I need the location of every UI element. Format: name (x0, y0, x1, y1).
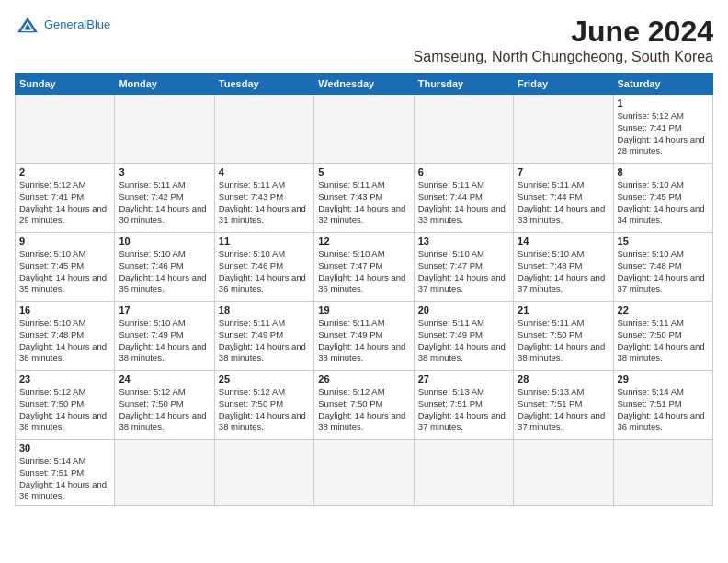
calendar-cell: 2Sunrise: 5:12 AM Sunset: 7:41 PM Daylig… (16, 164, 115, 233)
day-number: 4 (219, 167, 310, 178)
day-header-thursday: Thursday (414, 74, 513, 95)
day-info: Sunrise: 5:10 AM Sunset: 7:46 PM Dayligh… (119, 248, 210, 295)
calendar-cell: 9Sunrise: 5:10 AM Sunset: 7:45 PM Daylig… (16, 233, 115, 302)
calendar-table: SundayMondayTuesdayWednesdayThursdayFrid… (15, 73, 713, 506)
calendar-cell (314, 95, 414, 164)
day-header-wednesday: Wednesday (314, 74, 414, 95)
day-info: Sunrise: 5:10 AM Sunset: 7:47 PM Dayligh… (318, 248, 409, 295)
logo-icon (15, 15, 40, 35)
day-info: Sunrise: 5:12 AM Sunset: 7:41 PM Dayligh… (618, 110, 709, 157)
day-number: 23 (19, 373, 110, 385)
calendar-row-6: 30Sunrise: 5:14 AM Sunset: 7:51 PM Dayli… (16, 440, 713, 506)
day-number: 26 (318, 373, 409, 385)
day-number: 6 (418, 167, 509, 178)
calendar-cell: 30Sunrise: 5:14 AM Sunset: 7:51 PM Dayli… (16, 440, 115, 506)
calendar-cell (414, 440, 513, 506)
logo-blue: Blue (86, 17, 110, 31)
day-info: Sunrise: 5:11 AM Sunset: 7:42 PM Dayligh… (119, 179, 210, 226)
day-number: 5 (318, 167, 409, 178)
day-number: 3 (119, 167, 210, 178)
calendar-row-3: 9Sunrise: 5:10 AM Sunset: 7:45 PM Daylig… (16, 233, 713, 302)
day-number: 18 (219, 304, 310, 316)
page-header: GeneralBlue June 2024 Samseung, North Ch… (15, 15, 713, 65)
header-row: SundayMondayTuesdayWednesdayThursdayFrid… (16, 74, 713, 95)
main-title: June 2024 (414, 15, 713, 49)
day-info: Sunrise: 5:12 AM Sunset: 7:50 PM Dayligh… (318, 386, 409, 433)
calendar-cell: 17Sunrise: 5:10 AM Sunset: 7:49 PM Dayli… (115, 302, 214, 371)
calendar-cell: 3Sunrise: 5:11 AM Sunset: 7:42 PM Daylig… (115, 164, 214, 233)
day-number: 2 (19, 167, 110, 178)
calendar-row-1: 1Sunrise: 5:12 AM Sunset: 7:41 PM Daylig… (16, 95, 713, 164)
day-info: Sunrise: 5:11 AM Sunset: 7:43 PM Dayligh… (318, 179, 409, 226)
day-info: Sunrise: 5:11 AM Sunset: 7:49 PM Dayligh… (418, 317, 509, 364)
day-number: 12 (318, 236, 409, 247)
day-info: Sunrise: 5:10 AM Sunset: 7:48 PM Dayligh… (518, 248, 609, 295)
day-number: 19 (318, 304, 409, 316)
day-header-friday: Friday (514, 74, 613, 95)
calendar-cell: 28Sunrise: 5:13 AM Sunset: 7:51 PM Dayli… (514, 371, 613, 440)
calendar-cell: 29Sunrise: 5:14 AM Sunset: 7:51 PM Dayli… (613, 371, 712, 440)
calendar-cell: 12Sunrise: 5:10 AM Sunset: 7:47 PM Dayli… (314, 233, 414, 302)
day-header-tuesday: Tuesday (214, 74, 313, 95)
day-info: Sunrise: 5:10 AM Sunset: 7:48 PM Dayligh… (19, 317, 110, 364)
day-info: Sunrise: 5:10 AM Sunset: 7:49 PM Dayligh… (119, 317, 210, 364)
calendar-cell (16, 95, 115, 164)
calendar-cell (115, 95, 214, 164)
day-info: Sunrise: 5:12 AM Sunset: 7:50 PM Dayligh… (19, 386, 110, 433)
calendar-cell: 27Sunrise: 5:13 AM Sunset: 7:51 PM Dayli… (414, 371, 513, 440)
day-number: 21 (518, 304, 609, 316)
calendar-cell: 6Sunrise: 5:11 AM Sunset: 7:44 PM Daylig… (414, 164, 513, 233)
calendar-cell: 13Sunrise: 5:10 AM Sunset: 7:47 PM Dayli… (414, 233, 513, 302)
calendar-cell: 4Sunrise: 5:11 AM Sunset: 7:43 PM Daylig… (214, 164, 313, 233)
day-info: Sunrise: 5:11 AM Sunset: 7:50 PM Dayligh… (518, 317, 609, 364)
day-info: Sunrise: 5:12 AM Sunset: 7:50 PM Dayligh… (119, 386, 210, 433)
day-header-saturday: Saturday (613, 74, 712, 95)
day-info: Sunrise: 5:14 AM Sunset: 7:51 PM Dayligh… (618, 386, 709, 433)
day-info: Sunrise: 5:13 AM Sunset: 7:51 PM Dayligh… (518, 386, 609, 433)
day-info: Sunrise: 5:10 AM Sunset: 7:48 PM Dayligh… (618, 248, 709, 295)
calendar-cell: 22Sunrise: 5:11 AM Sunset: 7:50 PM Dayli… (613, 302, 712, 371)
day-number: 20 (418, 304, 509, 316)
day-info: Sunrise: 5:11 AM Sunset: 7:44 PM Dayligh… (418, 179, 509, 226)
calendar-cell: 16Sunrise: 5:10 AM Sunset: 7:48 PM Dayli… (16, 302, 115, 371)
day-number: 1 (618, 98, 709, 109)
day-info: Sunrise: 5:11 AM Sunset: 7:50 PM Dayligh… (618, 317, 709, 364)
subtitle: Samseung, North Chungcheong, South Korea (414, 49, 713, 65)
day-number: 24 (119, 373, 210, 385)
calendar-cell: 18Sunrise: 5:11 AM Sunset: 7:49 PM Dayli… (214, 302, 313, 371)
day-number: 30 (19, 442, 110, 454)
calendar-cell: 7Sunrise: 5:11 AM Sunset: 7:44 PM Daylig… (514, 164, 613, 233)
calendar-cell: 11Sunrise: 5:10 AM Sunset: 7:46 PM Dayli… (214, 233, 313, 302)
calendar-cell: 26Sunrise: 5:12 AM Sunset: 7:50 PM Dayli… (314, 371, 414, 440)
calendar-cell (414, 95, 513, 164)
day-info: Sunrise: 5:10 AM Sunset: 7:46 PM Dayligh… (219, 248, 310, 295)
day-number: 15 (618, 236, 709, 247)
day-info: Sunrise: 5:11 AM Sunset: 7:44 PM Dayligh… (518, 179, 609, 226)
calendar-cell: 10Sunrise: 5:10 AM Sunset: 7:46 PM Dayli… (115, 233, 214, 302)
calendar-cell (214, 95, 313, 164)
day-number: 14 (518, 236, 609, 247)
calendar-cell: 8Sunrise: 5:10 AM Sunset: 7:45 PM Daylig… (613, 164, 712, 233)
title-block: June 2024 Samseung, North Chungcheong, S… (414, 15, 713, 65)
calendar-cell (214, 440, 313, 506)
day-number: 28 (518, 373, 609, 385)
day-number: 13 (418, 236, 509, 247)
calendar-cell: 23Sunrise: 5:12 AM Sunset: 7:50 PM Dayli… (16, 371, 115, 440)
day-number: 7 (518, 167, 609, 178)
day-number: 10 (119, 236, 210, 247)
day-number: 17 (119, 304, 210, 316)
day-info: Sunrise: 5:13 AM Sunset: 7:51 PM Dayligh… (418, 386, 509, 433)
day-number: 9 (19, 236, 110, 247)
day-info: Sunrise: 5:11 AM Sunset: 7:43 PM Dayligh… (219, 179, 310, 226)
logo: GeneralBlue (15, 15, 110, 35)
calendar-row-2: 2Sunrise: 5:12 AM Sunset: 7:41 PM Daylig… (16, 164, 713, 233)
day-info: Sunrise: 5:14 AM Sunset: 7:51 PM Dayligh… (19, 455, 110, 502)
day-info: Sunrise: 5:10 AM Sunset: 7:45 PM Dayligh… (19, 248, 110, 295)
calendar-cell: 5Sunrise: 5:11 AM Sunset: 7:43 PM Daylig… (314, 164, 414, 233)
calendar-cell: 14Sunrise: 5:10 AM Sunset: 7:48 PM Dayli… (514, 233, 613, 302)
calendar-cell (314, 440, 414, 506)
logo-general: General (44, 17, 86, 31)
day-header-monday: Monday (115, 74, 214, 95)
calendar-cell: 25Sunrise: 5:12 AM Sunset: 7:50 PM Dayli… (214, 371, 313, 440)
calendar-row-5: 23Sunrise: 5:12 AM Sunset: 7:50 PM Dayli… (16, 371, 713, 440)
